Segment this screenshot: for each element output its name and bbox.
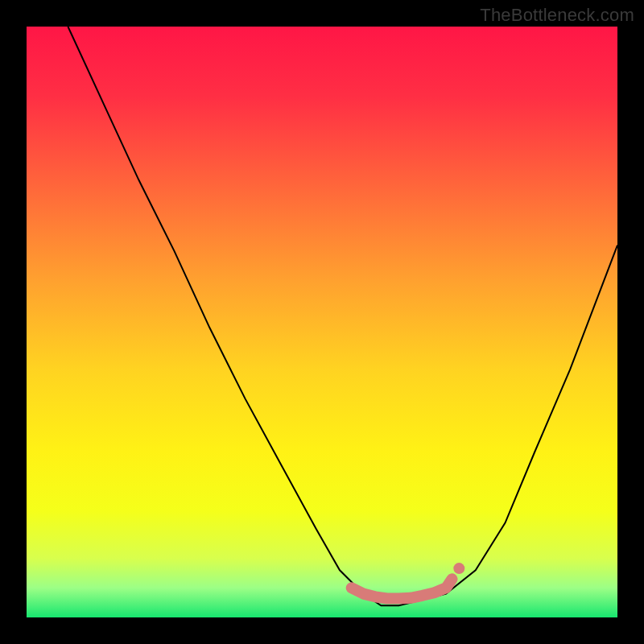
optimal-band-marker xyxy=(352,579,452,598)
bottleneck-curve xyxy=(68,27,617,605)
watermark-label: TheBottleneck.com xyxy=(480,5,634,26)
chart-svg-layer xyxy=(27,27,617,617)
outer-black-frame: TheBottleneck.com xyxy=(0,0,644,644)
optimal-band-marker-end-dot xyxy=(453,563,464,574)
